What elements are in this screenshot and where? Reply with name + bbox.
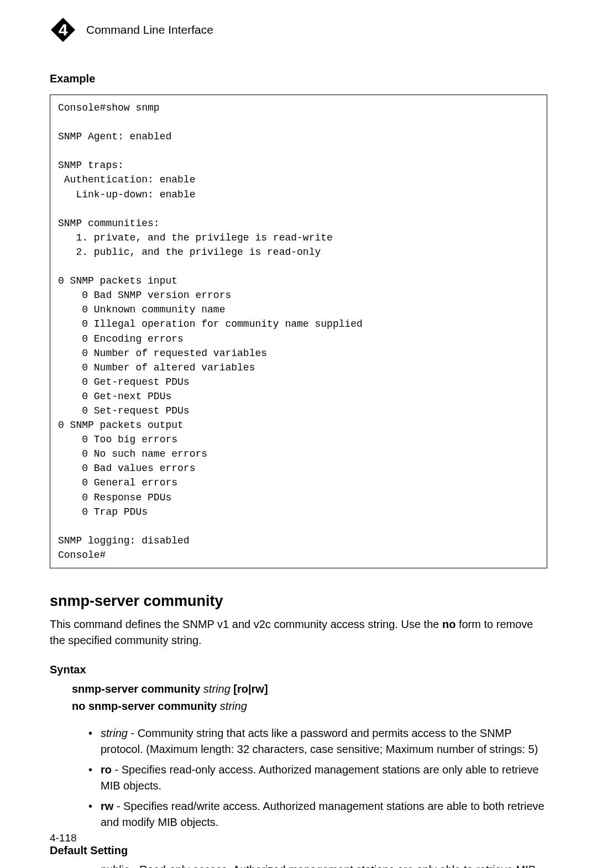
list-item: rw - Specifies read/write access. Author… bbox=[88, 798, 547, 830]
param-desc: - Specifies read-only access. Authorized… bbox=[101, 764, 539, 792]
example-heading: Example bbox=[50, 71, 547, 87]
default-item-text: public - Read-only access. Authorized ma… bbox=[101, 864, 536, 868]
syntax-heading: Syntax bbox=[50, 662, 547, 678]
syntax-no-param: string bbox=[220, 700, 247, 712]
syntax-cmd: snmp-server community bbox=[72, 683, 203, 695]
param-term-ro: ro bbox=[101, 764, 112, 776]
list-item: ro - Specifies read-only access. Authori… bbox=[88, 762, 547, 794]
page-number: 4-118 bbox=[50, 830, 77, 846]
syntax-block: snmp-server community string [ro|rw] no … bbox=[50, 681, 547, 714]
default-setting-heading: Default Setting bbox=[50, 843, 547, 859]
description-prefix: This command defines the SNMP v1 and v2c… bbox=[50, 618, 442, 630]
description-no-keyword: no bbox=[442, 618, 455, 630]
param-desc: - Community string that acts like a pass… bbox=[101, 727, 538, 755]
syntax-line-1: snmp-server community string [ro|rw] bbox=[72, 681, 547, 697]
parameter-list: string - Community string that acts like… bbox=[88, 725, 547, 830]
chapter-title: Command Line Interface bbox=[86, 22, 213, 38]
syntax-param: string bbox=[203, 683, 231, 695]
svg-text:4: 4 bbox=[59, 20, 68, 39]
syntax-options: [ro|rw] bbox=[231, 683, 268, 695]
syntax-line-2: no snmp-server community string bbox=[72, 698, 547, 714]
syntax-no-cmd: no snmp-server community bbox=[72, 700, 220, 712]
list-item: public - Read-only access. Authorized ma… bbox=[88, 862, 547, 868]
default-setting-list: public - Read-only access. Authorized ma… bbox=[88, 862, 547, 868]
param-desc: - Specifies read/write access. Authorize… bbox=[101, 800, 544, 828]
chapter-number-icon: 4 bbox=[50, 17, 76, 43]
example-code-block: Console#show snmp SNMP Agent: enabled SN… bbox=[50, 95, 547, 568]
list-item: string - Community string that acts like… bbox=[88, 725, 547, 757]
param-term-string: string bbox=[101, 727, 128, 739]
command-title: snmp-server community bbox=[50, 590, 547, 612]
command-description: This command defines the SNMP v1 and v2c… bbox=[50, 616, 547, 649]
param-term-rw: rw bbox=[101, 800, 113, 812]
page-header: 4 Command Line Interface bbox=[50, 17, 547, 43]
